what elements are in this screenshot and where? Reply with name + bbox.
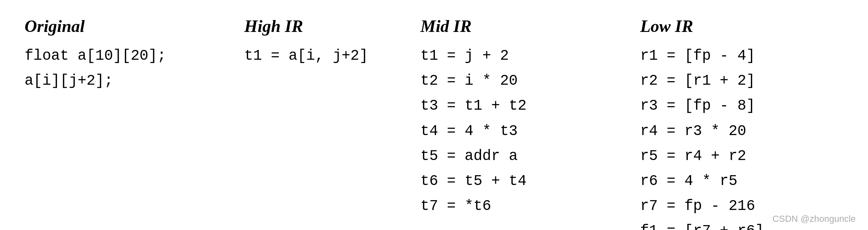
mid-ir-header: Mid IR	[420, 16, 624, 36]
mid-ir-code: t1 = j + 2 t2 = i * 20 t3 = t1 + t2 t4 =…	[420, 43, 624, 219]
low-ir-header: Low IR	[640, 16, 843, 36]
column-low-ir: Low IR r1 = [fp - 4] r2 = [r1 + 2] r3 = …	[632, 12, 852, 218]
original-header: Original	[25, 16, 228, 36]
column-high-ir: High IR t1 = a[i, j+2]	[236, 12, 412, 218]
watermark: CSDN @zhonguncle	[773, 214, 856, 224]
high-ir-code: t1 = a[i, j+2]	[244, 43, 404, 68]
column-mid-ir: Mid IR t1 = j + 2 t2 = i * 20 t3 = t1 + …	[412, 12, 632, 218]
page-container: Original float a[10][20]; a[i][j+2]; Hig…	[16, 12, 852, 218]
column-original: Original float a[10][20]; a[i][j+2];	[16, 12, 236, 218]
original-code: float a[10][20]; a[i][j+2];	[25, 43, 228, 93]
low-ir-code: r1 = [fp - 4] r2 = [r1 + 2] r3 = [fp - 8…	[640, 43, 843, 230]
high-ir-header: High IR	[244, 16, 404, 36]
